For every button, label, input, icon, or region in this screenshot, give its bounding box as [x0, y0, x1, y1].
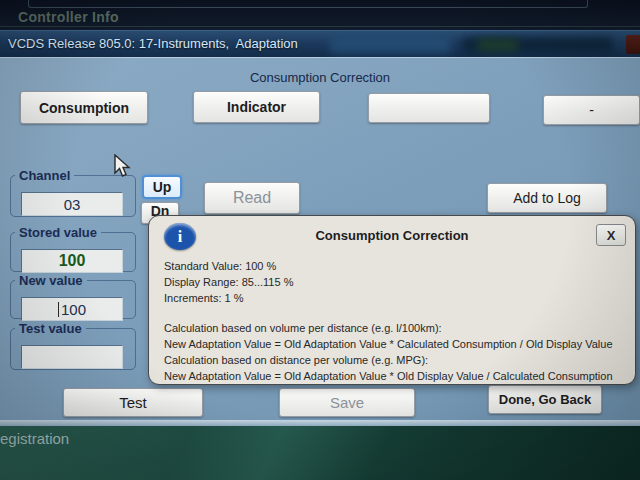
blurred-license-text [478, 39, 518, 51]
indicator-button[interactable]: Indicator [193, 91, 320, 123]
dialog-text-line: Increments: 1 % [164, 290, 630, 306]
test-value-group: Test value [10, 321, 136, 370]
test-button[interactable]: Test [63, 388, 203, 417]
dialog-text-line: Calculation based on volume per distance… [164, 320, 630, 336]
dialog-text-line: New Adaptation Value = Old Adaptation Va… [164, 336, 630, 352]
background-window-strip: Controller Info [0, 0, 640, 30]
adaptation-window: Consumption Correction Consumption Indic… [0, 57, 640, 426]
titlebar: VCDS Release 805.0: 17-Instruments, Adap… [0, 30, 640, 57]
dash-button[interactable]: - [543, 95, 640, 125]
mouse-cursor-icon [112, 154, 134, 180]
test-value-label: Test value [15, 321, 86, 336]
save-button[interactable]: Save [279, 388, 415, 417]
channel-up-button[interactable]: Up [142, 175, 182, 199]
blurred-license-text [330, 37, 450, 53]
blank-button[interactable] [368, 93, 490, 123]
desktop-background: egistration [0, 426, 640, 480]
controller-info-label: Controller Info [18, 9, 119, 25]
divider [0, 26, 640, 27]
channel-label: Channel [15, 168, 74, 183]
text-cursor [58, 302, 59, 317]
background-panel-outline [28, 0, 588, 8]
dialog-body: Standard Value: 100 % Display Range: 85.… [164, 258, 630, 384]
new-value-text: 100 [61, 301, 86, 318]
consumption-button[interactable]: Consumption [20, 91, 148, 124]
window-title: VCDS Release 805.0: 17-Instruments, Adap… [8, 36, 298, 51]
test-value-field[interactable] [21, 345, 123, 369]
read-button[interactable]: Read [204, 182, 300, 214]
dialog-text-line: New Adaptation Value = Old Adaptation Va… [164, 368, 630, 384]
new-value-label: New value [15, 273, 87, 288]
desktop-light-streak [120, 426, 460, 480]
page-title: Consumption Correction [0, 70, 640, 85]
dialog-text-line: Display Range: 85...115 % [164, 274, 630, 290]
dialog-title: Consumption Correction [149, 228, 635, 243]
consumption-correction-dialog: i Consumption Correction X Standard Valu… [148, 215, 636, 385]
dialog-close-button[interactable]: X [596, 224, 626, 246]
done-go-back-button[interactable]: Done, Go Back [488, 385, 602, 414]
desktop-registration-text: egistration [0, 430, 69, 447]
new-value-field[interactable]: 100 [21, 297, 123, 321]
dialog-text-line: Standard Value: 100 % [164, 258, 630, 274]
stored-value-group: Stored value 100 [10, 225, 136, 272]
new-value-group: New value 100 [10, 273, 136, 319]
channel-field[interactable]: 03 [21, 192, 123, 216]
screen-photo: Controller Info VCDS Release 805.0: 17-I… [0, 0, 640, 480]
stored-value-label: Stored value [15, 225, 101, 240]
add-to-log-button[interactable]: Add to Log [487, 183, 607, 213]
dialog-text-line: Calculation based on distance per volume… [164, 352, 630, 368]
stored-value-field: 100 [21, 249, 123, 273]
window-close-button[interactable] [626, 35, 640, 54]
